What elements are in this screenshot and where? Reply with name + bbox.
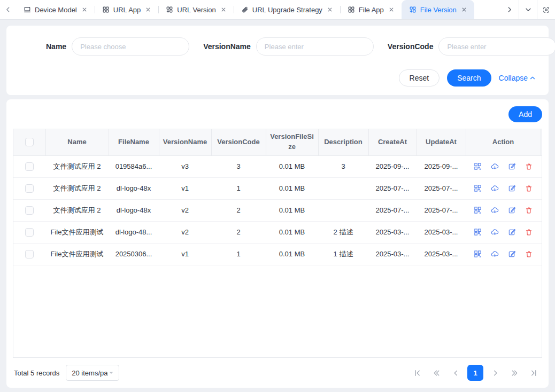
name-field[interactable] bbox=[72, 37, 189, 56]
trash-icon bbox=[525, 163, 533, 170]
grid-plus-icon bbox=[409, 6, 417, 13]
cell-description: 3 bbox=[318, 155, 368, 177]
edit-button[interactable] bbox=[508, 184, 516, 192]
reset-button[interactable]: Reset bbox=[399, 69, 440, 87]
cell-updateat: 2025-07-... bbox=[417, 177, 466, 199]
cell-description bbox=[318, 177, 368, 199]
row-checkbox[interactable] bbox=[25, 162, 34, 171]
column-header-filename: FileName bbox=[109, 129, 159, 155]
cell-filename: dl-logo-48x bbox=[109, 177, 159, 199]
delete-button[interactable] bbox=[525, 207, 533, 214]
download-button[interactable] bbox=[491, 184, 499, 192]
search-panel: Name VersionName VersionCode Reset Searc… bbox=[6, 26, 549, 95]
tab-device-model[interactable]: Device Model bbox=[16, 0, 95, 19]
prev-page-button[interactable] bbox=[448, 365, 463, 380]
version-code-field[interactable] bbox=[438, 37, 555, 56]
tab-close-icon[interactable] bbox=[82, 7, 87, 12]
trash-icon bbox=[525, 229, 533, 236]
tab-label: URL Upgrade Strategy bbox=[252, 6, 322, 14]
column-header-versionfilesize: VersionFileSize bbox=[266, 129, 318, 155]
last-page-button[interactable] bbox=[526, 365, 541, 380]
page-size-value: 20 items/pag bbox=[72, 369, 108, 377]
row-checkbox[interactable] bbox=[25, 250, 34, 258]
tab-close-icon[interactable] bbox=[461, 7, 467, 12]
cell-versioncode: 2 bbox=[211, 199, 266, 221]
row-checkbox[interactable] bbox=[25, 206, 34, 215]
table-row: File文件应用测试 dl-logo-48... v2 2 0.01 MB 2 … bbox=[13, 221, 542, 243]
cell-versionfilesize: 0.01 MB bbox=[266, 243, 318, 265]
tab-url-app[interactable]: URL App bbox=[95, 0, 159, 19]
row-checkbox[interactable] bbox=[25, 228, 34, 237]
edit-button[interactable] bbox=[508, 206, 516, 214]
qrcode-button[interactable] bbox=[474, 206, 482, 214]
cell-updateat: 2025-03-... bbox=[417, 221, 466, 243]
cell-versionname: v3 bbox=[159, 155, 211, 177]
download-button[interactable] bbox=[491, 162, 499, 170]
cell-versionname: v1 bbox=[159, 177, 211, 199]
delete-button[interactable] bbox=[525, 229, 533, 236]
version-name-field[interactable] bbox=[256, 37, 374, 56]
delete-button[interactable] bbox=[525, 163, 533, 170]
page-size-select[interactable]: 20 items/pag bbox=[66, 365, 119, 381]
double-chevron-right-icon bbox=[511, 369, 519, 377]
next-page-button[interactable] bbox=[488, 365, 503, 380]
tabs-scroll-left-button[interactable] bbox=[0, 0, 16, 19]
cell-description bbox=[318, 199, 368, 221]
collapse-label: Collapse bbox=[499, 74, 528, 82]
cell-versionname: v1 bbox=[159, 243, 211, 265]
edit-icon bbox=[508, 206, 516, 214]
tab-file-version[interactable]: File Version bbox=[402, 0, 474, 19]
qrcode-button[interactable] bbox=[474, 250, 482, 258]
tab-url-upgrade-strategy[interactable]: URL Upgrade Strategy bbox=[234, 0, 340, 19]
edit-button[interactable] bbox=[508, 250, 516, 258]
add-button[interactable]: Add bbox=[508, 106, 542, 122]
jump-forward-button[interactable] bbox=[507, 365, 522, 380]
qrcode-button[interactable] bbox=[474, 162, 482, 170]
select-all-checkbox[interactable] bbox=[25, 138, 34, 146]
collapse-toggle[interactable]: Collapse bbox=[499, 74, 536, 82]
data-table: Name FileName VersionName VersionCode Ve… bbox=[13, 129, 542, 358]
table-row: 文件测试应用 2 019584a6... v3 3 0.01 MB 3 2025… bbox=[13, 155, 542, 177]
pagination-controls: 1 bbox=[410, 365, 541, 381]
tabs-scroll-right-button[interactable] bbox=[500, 0, 519, 19]
tabs-menu-button[interactable] bbox=[519, 0, 537, 19]
jump-back-button[interactable] bbox=[429, 365, 444, 380]
cell-versioncode: 1 bbox=[211, 243, 266, 265]
download-button[interactable] bbox=[491, 250, 499, 258]
pagination-summary: Total 5 records 20 items/pag bbox=[14, 365, 119, 381]
edit-icon bbox=[508, 250, 516, 258]
cloud-download-icon bbox=[491, 184, 499, 192]
download-button[interactable] bbox=[491, 228, 499, 236]
first-page-button[interactable] bbox=[410, 365, 425, 380]
cell-name: 文件测试应用 2 bbox=[45, 155, 109, 177]
tab-file-app[interactable]: File App bbox=[340, 0, 402, 19]
row-checkbox[interactable] bbox=[25, 184, 34, 193]
download-button[interactable] bbox=[491, 206, 499, 214]
delete-button[interactable] bbox=[525, 250, 533, 258]
fullscreen-button[interactable] bbox=[537, 0, 555, 19]
caret-down-icon bbox=[108, 370, 114, 376]
cell-name: 文件测试应用 2 bbox=[45, 177, 109, 199]
delete-button[interactable] bbox=[525, 185, 533, 192]
tab-close-icon[interactable] bbox=[389, 7, 394, 12]
name-field-label: Name bbox=[46, 42, 66, 51]
tab-close-icon[interactable] bbox=[145, 7, 151, 12]
tab-close-icon[interactable] bbox=[221, 7, 226, 12]
edit-button[interactable] bbox=[508, 162, 516, 170]
table-panel: Add Name FileName VersionName VersionCod… bbox=[6, 99, 549, 388]
cell-filename: dl-logo-48x bbox=[109, 199, 159, 221]
cell-description: 1 描述 bbox=[318, 243, 368, 265]
qrcode-button[interactable] bbox=[474, 228, 482, 236]
grid-icon bbox=[348, 6, 355, 13]
version-name-field-label: VersionName bbox=[203, 42, 251, 51]
search-button[interactable]: Search bbox=[447, 69, 491, 87]
page-number-button[interactable]: 1 bbox=[467, 365, 483, 381]
cell-updateat: 2025-09-... bbox=[417, 155, 466, 177]
table-toolbar: Add bbox=[12, 99, 543, 129]
tab-close-icon[interactable] bbox=[327, 7, 333, 12]
edit-button[interactable] bbox=[508, 228, 516, 236]
grid-icon bbox=[102, 6, 110, 13]
cell-versionfilesize: 0.01 MB bbox=[266, 199, 318, 221]
tab-url-version[interactable]: URL Version bbox=[158, 0, 234, 19]
qrcode-button[interactable] bbox=[474, 184, 482, 192]
